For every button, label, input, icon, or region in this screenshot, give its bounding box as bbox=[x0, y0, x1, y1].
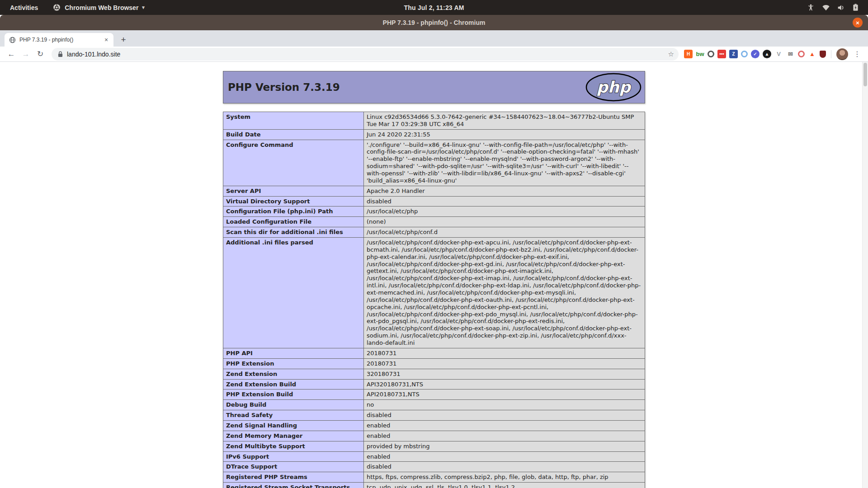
table-row: Loaded Configuration File(none) bbox=[223, 217, 645, 227]
z-blue-extension-icon[interactable]: Z bbox=[729, 50, 738, 58]
table-row: Configure Command'./configure' '--build=… bbox=[223, 140, 645, 186]
browser-tab[interactable]: PHP 7.3.19 - phpinfo() × bbox=[5, 33, 113, 47]
info-label: Loaded Configuration File bbox=[223, 217, 364, 227]
info-value: 20180731 bbox=[364, 348, 645, 359]
table-row: Thread Safetydisabled bbox=[223, 410, 645, 421]
info-label: Zend Signal Handling bbox=[223, 421, 364, 431]
url-text[interactable]: lando-101.lndo.site bbox=[67, 51, 664, 58]
ring-blue-extension-icon[interactable] bbox=[741, 51, 748, 57]
volume-icon[interactable] bbox=[836, 3, 845, 12]
info-value: disabled bbox=[364, 197, 645, 207]
page-title: PHP Version 7.3.19 bbox=[228, 81, 340, 93]
back-icon[interactable]: ← bbox=[5, 50, 17, 59]
info-label: PHP Extension bbox=[223, 359, 364, 369]
page-viewport: PHP Version 7.3.19 php SystemLinux c92d3… bbox=[0, 62, 868, 488]
info-value: (none) bbox=[364, 217, 645, 227]
table-row: Server APIApache 2.0 Handler bbox=[223, 186, 645, 197]
info-label: System bbox=[223, 112, 364, 130]
v-gray-extension-icon[interactable]: V bbox=[774, 50, 783, 58]
table-row: Additional .ini files parsed/usr/local/e… bbox=[223, 238, 645, 348]
app-menu-label: Chromium Web Browser bbox=[65, 4, 138, 11]
info-value: enabled bbox=[364, 431, 645, 441]
info-value: enabled bbox=[364, 421, 645, 431]
accessibility-icon[interactable] bbox=[807, 3, 815, 12]
activities-button[interactable]: Activities bbox=[7, 3, 41, 12]
envelope-extension-icon[interactable]: ✉ bbox=[786, 50, 795, 58]
wifi-icon[interactable] bbox=[821, 3, 830, 12]
info-value: /usr/local/etc/php/conf.d bbox=[364, 227, 645, 238]
window-close-button[interactable]: × bbox=[853, 18, 863, 28]
info-label: Zend Extension bbox=[223, 369, 364, 380]
table-row: Registered Stream Socket Transportstcp, … bbox=[223, 483, 645, 488]
ring-red-extension-icon[interactable] bbox=[798, 51, 805, 57]
table-row: Build DateJun 24 2020 22:31:55 bbox=[223, 130, 645, 140]
info-value: provided by mbstring bbox=[364, 441, 645, 452]
caret-down-icon: ▾ bbox=[142, 5, 145, 10]
info-label: Zend Multibyte Support bbox=[223, 441, 364, 452]
info-label: Additional .ini files parsed bbox=[223, 238, 364, 348]
table-row: Configuration File (php.ini) Path/usr/lo… bbox=[223, 206, 645, 217]
info-value: Jun 24 2020 22:31:55 bbox=[364, 130, 645, 140]
php-logo: php bbox=[585, 73, 642, 102]
lighthouse-extension-icon[interactable]: ▲ bbox=[808, 50, 816, 58]
extensions-cluster: Hbw•••Z✓▲V✉▲ bbox=[684, 50, 826, 58]
info-value: /usr/local/etc/php bbox=[364, 206, 645, 217]
info-value: Linux c92d36534d66 5.3.0-7642-generic #3… bbox=[364, 112, 645, 130]
info-label: DTrace Support bbox=[223, 462, 364, 472]
info-label: Configuration File (php.ini) Path bbox=[223, 206, 364, 217]
table-row: SystemLinux c92d36534d66 5.3.0-7642-gene… bbox=[223, 112, 645, 130]
tab-title: PHP 7.3.19 - phpinfo() bbox=[19, 37, 99, 43]
table-row: IPv6 Supportenabled bbox=[223, 452, 645, 462]
globe-favicon-icon bbox=[9, 37, 16, 43]
table-row: Virtual Directory Supportdisabled bbox=[223, 197, 645, 207]
table-row: Zend Memory Managerenabled bbox=[223, 431, 645, 441]
info-value: API20180731,NTS bbox=[364, 389, 645, 400]
tab-close-icon[interactable]: × bbox=[103, 36, 110, 43]
clock[interactable]: Thu Jul 2, 11:23 AM bbox=[404, 4, 464, 11]
bookmark-star-icon[interactable]: ☆ bbox=[668, 50, 674, 58]
info-label: Zend Extension Build bbox=[223, 380, 364, 390]
battery-icon[interactable] bbox=[851, 3, 860, 12]
h-orange-extension-icon[interactable]: H bbox=[684, 50, 693, 58]
lock-icon[interactable] bbox=[58, 51, 63, 57]
info-value: disabled bbox=[364, 410, 645, 421]
check-badge-extension-icon[interactable]: ✓ bbox=[751, 50, 760, 58]
table-row: Scan this dir for additional .ini files/… bbox=[223, 227, 645, 238]
flame-black-extension-icon[interactable]: ▲ bbox=[763, 50, 771, 58]
info-label: Debug Build bbox=[223, 400, 364, 410]
table-row: Zend Extension BuildAPI320180731,NTS bbox=[223, 380, 645, 390]
new-tab-button[interactable]: + bbox=[118, 35, 129, 45]
info-label: Configure Command bbox=[223, 140, 364, 186]
table-row: PHP Extension BuildAPI20180731,NTS bbox=[223, 389, 645, 400]
address-bar[interactable]: lando-101.lndo.site ☆ bbox=[52, 48, 679, 61]
info-value: tcp, udp, unix, udg, ssl, tls, tlsv1.0, … bbox=[364, 483, 645, 488]
ublock-shield-extension-icon[interactable] bbox=[820, 51, 826, 58]
app-menu-button[interactable]: Chromium Web Browser ▾ bbox=[52, 3, 145, 12]
table-row: PHP API20180731 bbox=[223, 348, 645, 359]
reload-icon[interactable]: ↻ bbox=[34, 49, 46, 59]
info-value: 20180731 bbox=[364, 359, 645, 369]
window-title-bar[interactable]: PHP 7.3.19 - phpinfo() - Chromium × bbox=[0, 15, 868, 30]
window-title: PHP 7.3.19 - phpinfo() - Chromium bbox=[383, 19, 486, 26]
browser-menu-icon[interactable]: ⋮ bbox=[853, 50, 862, 58]
table-row: Zend Multibyte Supportprovided by mbstri… bbox=[223, 441, 645, 452]
page-scrollbar[interactable] bbox=[862, 62, 868, 488]
info-label: Registered Stream Socket Transports bbox=[223, 483, 364, 488]
gear-gray-extension-icon[interactable] bbox=[708, 51, 714, 57]
scrollbar-thumb[interactable] bbox=[863, 63, 867, 86]
system-tray[interactable] bbox=[807, 3, 868, 12]
dots-red-extension-icon[interactable]: ••• bbox=[717, 50, 726, 58]
tab-strip: PHP 7.3.19 - phpinfo() × + bbox=[0, 30, 868, 47]
phpinfo-content: PHP Version 7.3.19 php SystemLinux c92d3… bbox=[223, 71, 645, 488]
info-label: IPv6 Support bbox=[223, 452, 364, 462]
info-label: PHP API bbox=[223, 348, 364, 359]
browser-toolbar: ← → ↻ lando-101.lndo.site ☆ Hbw•••Z✓▲V✉▲… bbox=[0, 47, 868, 62]
profile-avatar[interactable] bbox=[836, 48, 848, 60]
bw-green-extension-icon[interactable]: bw bbox=[696, 50, 704, 58]
info-value: /usr/local/etc/php/conf.d/docker-php-ext… bbox=[364, 238, 645, 348]
chromium-icon bbox=[52, 3, 61, 12]
table-row: Zend Extension320180731 bbox=[223, 369, 645, 380]
info-value: Apache 2.0 Handler bbox=[364, 186, 645, 197]
info-label: PHP Extension Build bbox=[223, 389, 364, 400]
phpinfo-table: SystemLinux c92d36534d66 5.3.0-7642-gene… bbox=[223, 112, 645, 488]
